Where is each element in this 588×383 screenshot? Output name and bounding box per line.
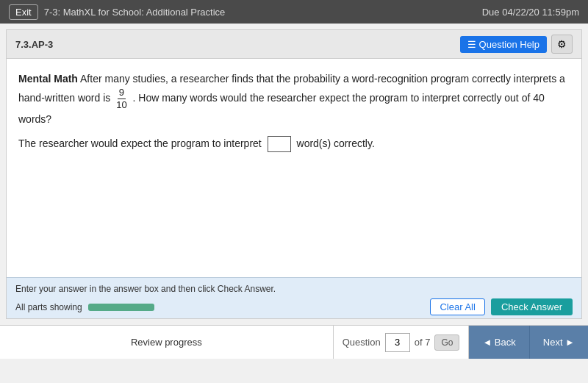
question-number-input[interactable]: [385, 333, 410, 352]
review-progress-button[interactable]: Review progress: [0, 326, 334, 359]
due-date: Due 04/22/20 11:59pm: [482, 7, 579, 18]
top-bar: Exit 7-3: MathXL for School: Additional …: [0, 0, 588, 24]
top-bar-left: Exit 7-3: MathXL for School: Additional …: [9, 4, 225, 20]
answer-input[interactable]: [268, 137, 290, 151]
progress-bar-fill: [88, 304, 154, 311]
answer-suffix: word(s) correctly.: [297, 137, 375, 149]
question-help-button[interactable]: ☰ Question Help: [460, 36, 547, 53]
answer-prefix: The researcher would expect the program …: [18, 137, 262, 149]
question-header: 7.3.AP-3 ☰ Question Help ⚙: [7, 30, 581, 59]
exit-button[interactable]: Exit: [9, 4, 38, 20]
enter-hint: Enter your answer in the answer box and …: [15, 284, 573, 294]
fraction-display: 9 10: [113, 92, 132, 104]
parts-left: All parts showing: [15, 302, 154, 312]
bottom-nav: Review progress Question of 7 Go ◄ Back …: [0, 325, 588, 359]
answer-line: The researcher would expect the program …: [18, 136, 570, 152]
clear-all-button[interactable]: Clear All: [430, 298, 484, 315]
question-nav: Question of 7 Go: [334, 326, 470, 359]
gear-button[interactable]: ⚙: [551, 35, 573, 54]
main-content: 7.3.AP-3 ☰ Question Help ⚙ Mental Math A…: [6, 29, 582, 319]
of-label: of 7: [415, 337, 431, 348]
fraction: 9 10: [115, 87, 128, 110]
parts-row: All parts showing Clear All Check Answer: [15, 298, 573, 315]
answer-box-container: [268, 136, 291, 152]
next-button[interactable]: Next ►: [530, 326, 588, 359]
parts-right: Clear All Check Answer: [430, 298, 573, 315]
all-parts-label: All parts showing: [15, 302, 82, 312]
header-right: ☰ Question Help ⚙: [460, 35, 573, 54]
question-id: 7.3.AP-3: [15, 39, 53, 50]
question-help-label: Question Help: [479, 39, 539, 50]
check-answer-button[interactable]: Check Answer: [491, 298, 573, 315]
go-button[interactable]: Go: [434, 334, 459, 351]
progress-bar-container: [88, 304, 154, 311]
question-nav-label: Question: [343, 337, 381, 348]
question-text: Mental Math After many studies, a resear…: [18, 71, 570, 127]
list-icon: ☰: [467, 39, 476, 50]
mental-math-label: Mental Math: [18, 73, 78, 85]
back-button[interactable]: ◄ Back: [469, 326, 529, 359]
bottom-info: Enter your answer in the answer box and …: [7, 277, 581, 318]
question-body: Mental Math After many studies, a resear…: [7, 59, 581, 277]
fraction-denominator: 10: [115, 99, 128, 111]
top-title: 7-3: MathXL for School: Additional Pract…: [44, 7, 226, 18]
fraction-numerator: 9: [118, 87, 126, 99]
